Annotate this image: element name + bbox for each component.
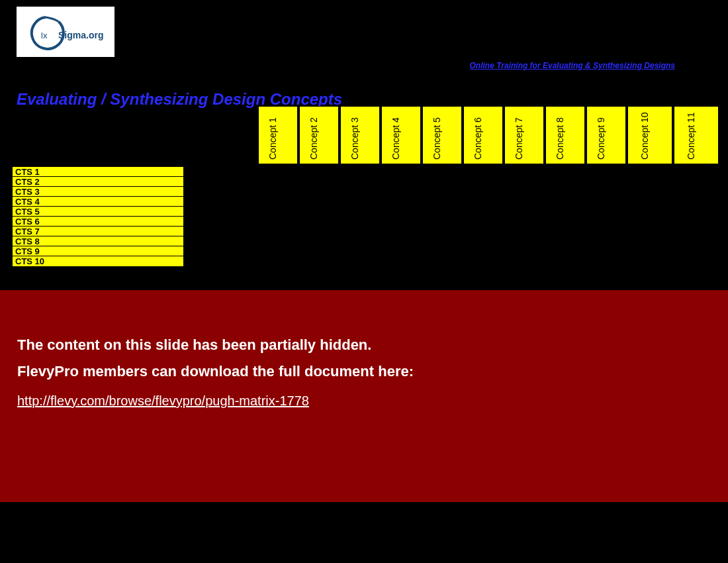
cts-row: CTS 1: [13, 167, 183, 177]
concept-header: Concept 2: [299, 106, 339, 164]
cts-row: CTS 10: [13, 256, 183, 266]
concepts-header-row: Concept 1 Concept 2 Concept 3 Concept 4 …: [258, 106, 719, 164]
cts-row: CTS 5: [13, 207, 183, 217]
overlay-text-line1: The content on this slide has been parti…: [17, 336, 711, 354]
training-link[interactable]: Online Training for Evaluating & Synthes…: [470, 61, 676, 70]
cts-row: CTS 9: [13, 246, 183, 256]
concept-header: Concept 11: [674, 106, 719, 164]
cts-row: CTS 8: [13, 236, 183, 246]
concept-header: Concept 6: [463, 106, 503, 164]
cts-row: CTS 6: [13, 217, 183, 227]
concept-header: Concept 7: [504, 106, 544, 164]
concept-header: Concept 1: [258, 106, 298, 164]
concept-header: Concept 3: [340, 106, 380, 164]
concept-header: Concept 5: [422, 106, 462, 164]
concept-header: Concept 4: [381, 106, 421, 164]
cts-row: CTS 2: [13, 177, 183, 187]
concept-header: Concept 8: [545, 106, 585, 164]
six-sigma-logo-icon: lx Sigma.org: [23, 12, 109, 52]
cts-row: CTS 4: [13, 197, 183, 207]
logo: lx Sigma.org: [17, 7, 114, 57]
overlay-text-line2: FlevyPro members can download the full d…: [17, 363, 711, 380]
concept-header: Concept 9: [586, 106, 626, 164]
cts-column: CTS 1 CTS 2 CTS 3 CTS 4 CTS 5 CTS 6 CTS …: [12, 166, 184, 267]
hidden-content-overlay: The content on this slide has been parti…: [0, 290, 728, 502]
logo-text-left: lx: [41, 30, 48, 40]
overlay-download-link[interactable]: http://flevy.com/browse/flevypro/pugh-ma…: [17, 393, 309, 409]
logo-text-right: Sigma.org: [58, 30, 103, 40]
concept-header: Concept 10: [627, 106, 672, 164]
cts-row: CTS 3: [13, 187, 183, 197]
cts-row: CTS 7: [13, 227, 183, 236]
